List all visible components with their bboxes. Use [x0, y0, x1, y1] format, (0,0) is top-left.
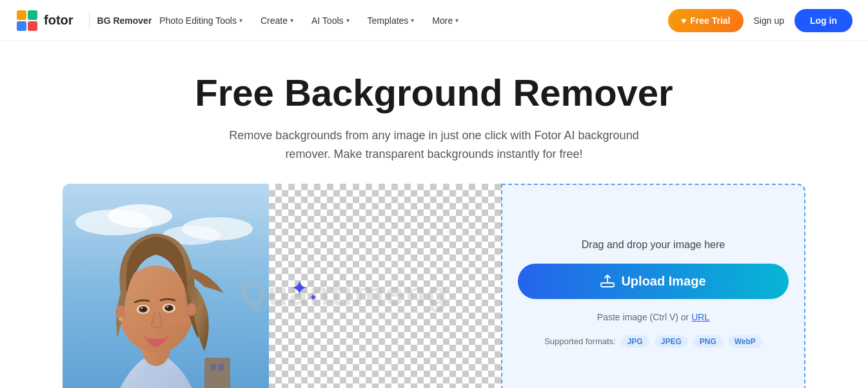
main-content: Quantimeng — [47, 184, 821, 388]
paste-text: Paste image (Ctrl V) or URL — [597, 312, 709, 322]
format-badge-webp: WebP — [728, 335, 762, 348]
svg-rect-12 — [219, 364, 224, 371]
chevron-down-icon: ▾ — [411, 17, 414, 24]
svg-point-9 — [182, 217, 253, 240]
svg-point-21 — [141, 307, 143, 309]
svg-point-7 — [108, 204, 172, 228]
image-panel: Quantimeng — [63, 184, 501, 388]
fotor-logo-icon — [15, 9, 39, 32]
svg-rect-1 — [17, 10, 26, 20]
nav-item-create[interactable]: Create ▾ — [253, 10, 301, 31]
format-badge-jpg: JPG — [621, 335, 649, 348]
chevron-down-icon: ▾ — [346, 17, 350, 24]
url-link[interactable]: URL — [691, 312, 709, 322]
nav-item-photo-tools[interactable]: Photo Editing Tools ▾ — [152, 10, 250, 31]
hero-subtitle: Remove backgrounds from any image in jus… — [215, 126, 653, 164]
svg-rect-2 — [28, 10, 37, 20]
chevron-down-icon: ▾ — [290, 17, 293, 24]
svg-rect-4 — [28, 21, 37, 31]
drag-drop-text: Drag and drop your image here — [582, 239, 725, 251]
woman-photo — [63, 184, 269, 388]
upload-panel: Drag and drop your image here Upload Ima… — [501, 184, 805, 388]
nav-item-ai-tools[interactable]: AI Tools ▾ — [304, 10, 357, 31]
hero-title: Free Background Remover — [15, 72, 853, 113]
brand-tag: BG Remover — [97, 15, 152, 26]
chevron-down-icon: ▾ — [455, 17, 459, 24]
sparkle-large-icon: ✦ — [291, 276, 308, 300]
nav-links: Photo Editing Tools ▾ Create ▾ AI Tools … — [152, 10, 668, 31]
nav-item-templates[interactable]: Templates ▾ — [360, 10, 422, 31]
logo-area[interactable]: fotor — [15, 9, 74, 32]
login-button[interactable]: Log in — [794, 9, 853, 32]
nav-right: ♥ Free Trial Sign up Log in — [668, 9, 853, 32]
format-badge-jpeg: JPEG — [655, 335, 688, 348]
heart-icon: ♥ — [681, 15, 686, 26]
free-trial-button[interactable]: ♥ Free Trial — [668, 9, 744, 32]
chevron-down-icon: ▾ — [239, 17, 242, 24]
watermark: Quantimeng — [240, 274, 448, 313]
svg-rect-29 — [601, 283, 614, 287]
svg-point-28 — [119, 317, 123, 321]
formats-row: Supported formats: JPG JPEG PNG WebP — [544, 335, 762, 348]
upload-image-button[interactable]: Upload Image — [518, 264, 789, 299]
sparkle-small-icon: ✦ — [309, 291, 317, 304]
hero-section: Free Background Remover Remove backgroun… — [0, 41, 868, 184]
svg-point-26 — [121, 317, 140, 327]
svg-point-27 — [171, 316, 190, 326]
svg-rect-3 — [17, 21, 26, 31]
logo-text: fotor — [44, 13, 74, 28]
svg-point-25 — [167, 306, 169, 308]
upload-icon — [600, 274, 615, 288]
navbar: fotor BG Remover Photo Editing Tools ▾ C… — [0, 0, 868, 41]
logo-divider — [89, 12, 90, 30]
sparkle-decoration: ✦ ✦ — [291, 276, 308, 300]
svg-rect-10 — [204, 358, 230, 388]
format-badge-png: PNG — [693, 335, 723, 348]
svg-point-17 — [187, 303, 196, 316]
woman-svg — [63, 184, 269, 388]
svg-rect-11 — [211, 364, 216, 371]
signup-link[interactable]: Sign up — [754, 15, 784, 26]
nav-item-more[interactable]: More ▾ — [424, 10, 466, 31]
